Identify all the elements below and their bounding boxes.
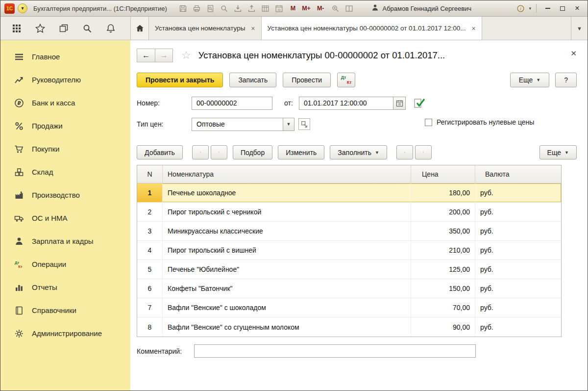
comment-input[interactable]: [194, 344, 476, 358]
price-cell[interactable]: 150,00: [411, 279, 475, 298]
sidebar-item-reports[interactable]: Отчеты: [0, 276, 130, 299]
row-number-cell[interactable]: 4: [137, 241, 163, 260]
favorite-star-icon[interactable]: ☆: [181, 49, 191, 62]
sort-descending-button[interactable]: ЯА: [211, 145, 227, 159]
minimize-button[interactable]: [541, 3, 554, 14]
maximize-button[interactable]: [556, 3, 569, 14]
sidebar-item-operations[interactable]: ДтКтОперации: [0, 253, 130, 276]
tab-price-document[interactable]: Установка цен номенклатуры 00-00000002 о…: [262, 17, 482, 40]
load-icon[interactable]: [232, 3, 244, 14]
price-cell[interactable]: 125,00: [411, 260, 475, 279]
nomenclature-cell[interactable]: Печенье "Юбилейное": [163, 260, 411, 279]
register-zero-prices-checkbox[interactable]: Регистрировать нулевые цены: [425, 117, 548, 127]
currency-cell[interactable]: руб.: [475, 279, 561, 298]
row-number-cell[interactable]: 8: [137, 317, 163, 337]
table-row[interactable]: 8Вафли "Венские" со сгущенным молоком90,…: [137, 317, 561, 337]
pick-button[interactable]: Подбор: [233, 145, 272, 159]
nav-back-button[interactable]: ←: [137, 49, 155, 62]
currency-cell[interactable]: руб.: [475, 317, 561, 337]
table-more-button[interactable]: Еще▼: [539, 145, 577, 159]
sidebar-item-purchases[interactable]: Покупки: [0, 137, 130, 160]
favorites-star-icon[interactable]: [35, 23, 45, 33]
table-row[interactable]: 3Миникруассаны классические350,00руб.: [137, 222, 561, 241]
column-header-number[interactable]: N: [137, 165, 163, 183]
price-cell[interactable]: 90,00: [411, 317, 475, 337]
edit-button[interactable]: Изменить: [278, 145, 324, 159]
sidebar-item-manager[interactable]: Руководителю: [0, 68, 130, 91]
nomenclature-cell[interactable]: Пирог тирольский с черникой: [163, 203, 411, 221]
currency-cell[interactable]: руб.: [475, 183, 561, 202]
row-number-cell[interactable]: 2: [137, 203, 163, 221]
preview-icon[interactable]: [204, 3, 217, 14]
save-button[interactable]: Записать: [229, 73, 276, 87]
nomenclature-cell[interactable]: Печенье шоколадное: [163, 183, 411, 202]
tab-price-list[interactable]: Установка цен номенклатуры ×: [149, 17, 262, 40]
table-row[interactable]: 5Печенье "Юбилейное"125,00руб.: [137, 260, 561, 279]
main-menu-button[interactable]: ▼: [18, 3, 27, 13]
calendar-icon[interactable]: 31: [273, 3, 285, 14]
search-icon-dark[interactable]: [82, 23, 92, 33]
row-number-cell[interactable]: 6: [137, 279, 163, 298]
document-close-icon[interactable]: ✕: [570, 49, 577, 58]
tab-close-icon[interactable]: ×: [471, 25, 475, 32]
fill-button[interactable]: Заполнить▼: [330, 145, 387, 159]
price-cell[interactable]: 210,00: [411, 241, 475, 260]
save-icon[interactable]: [177, 3, 189, 14]
print-icon[interactable]: [191, 3, 203, 14]
table-icon[interactable]: [259, 3, 271, 14]
price-type-dropdown-button[interactable]: ▼: [283, 118, 294, 131]
sidebar-item-administration[interactable]: Администрирование: [0, 322, 130, 345]
move-down-button[interactable]: [415, 145, 432, 159]
calendar-picker-button[interactable]: [393, 97, 406, 110]
nomenclature-cell[interactable]: Вафли "Венские" с шоколадом: [163, 298, 411, 317]
more-button[interactable]: Еще▼: [510, 73, 549, 87]
row-number-cell[interactable]: 1: [137, 183, 163, 202]
currency-cell[interactable]: руб.: [475, 298, 561, 317]
help-button[interactable]: ?: [555, 73, 577, 87]
move-up-button[interactable]: [396, 145, 413, 159]
sidebar-item-production[interactable]: Производство: [0, 183, 130, 207]
sort-ascending-button[interactable]: АЯ: [192, 145, 209, 159]
row-number-cell[interactable]: 5: [137, 260, 163, 279]
post-and-close-button[interactable]: Провести и закрыть: [137, 73, 223, 87]
notifications-bell-icon[interactable]: [105, 23, 116, 33]
add-row-button[interactable]: Добавить: [137, 145, 183, 159]
sidebar-item-catalogs[interactable]: Справочники: [0, 299, 130, 322]
home-tab[interactable]: [130, 17, 149, 40]
sidebar-item-sales[interactable]: Продажи: [0, 114, 130, 137]
sidebar-item-bank-cash[interactable]: ₽Банк и касса: [0, 91, 130, 114]
nomenclature-cell[interactable]: Миникруассаны классические: [163, 222, 411, 240]
currency-cell[interactable]: руб.: [475, 203, 561, 221]
tab-close-icon[interactable]: ×: [251, 25, 255, 32]
split-panel-icon[interactable]: [343, 3, 355, 14]
number-field[interactable]: 00-00000002: [192, 97, 272, 110]
history-icon[interactable]: [58, 23, 69, 33]
app-menu-icon[interactable]: [11, 23, 22, 33]
post-button[interactable]: Провести: [283, 73, 331, 87]
nomenclature-cell[interactable]: Пирог тирольский с вишней: [163, 241, 411, 260]
price-cell[interactable]: 200,00: [411, 203, 475, 221]
price-type-open-button[interactable]: [298, 118, 310, 130]
row-number-cell[interactable]: 7: [137, 298, 163, 317]
search-icon[interactable]: [218, 3, 230, 14]
column-header-price[interactable]: Цена: [411, 165, 475, 183]
current-user[interactable]: Абрамов Геннадий Сергеевич: [371, 3, 471, 13]
currency-cell[interactable]: руб.: [475, 241, 561, 260]
price-cell[interactable]: 350,00: [411, 222, 475, 240]
zoom-in-icon[interactable]: [329, 3, 342, 14]
date-field[interactable]: 01.01.2017 12:00:00: [299, 97, 393, 110]
row-number-cell[interactable]: 3: [137, 222, 163, 240]
column-header-currency[interactable]: Валюта: [475, 165, 561, 183]
sidebar-item-main[interactable]: Главное: [0, 45, 130, 68]
table-row[interactable]: 7Вафли "Венские" с шоколадом70,00руб.: [137, 298, 561, 317]
currency-cell[interactable]: руб.: [475, 260, 561, 279]
price-type-field[interactable]: Оптовые: [192, 118, 283, 131]
memory-button-m[interactable]: M: [288, 3, 298, 14]
memory-button-mminus[interactable]: M-: [315, 3, 327, 14]
nav-forward-button[interactable]: →: [155, 49, 173, 62]
close-window-button[interactable]: ×: [571, 3, 584, 14]
currency-cell[interactable]: руб.: [475, 222, 561, 240]
info-caret-icon[interactable]: ▾: [529, 6, 531, 11]
checkbox-icon[interactable]: [425, 119, 432, 126]
tabs-overflow-button[interactable]: ▼: [571, 17, 588, 40]
